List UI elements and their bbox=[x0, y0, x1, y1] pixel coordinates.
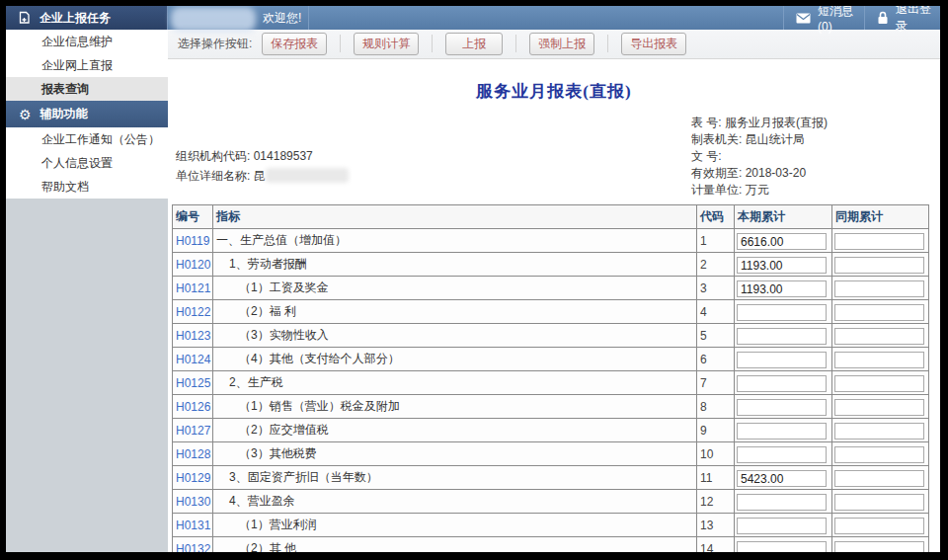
row-code-link[interactable]: H0121 bbox=[176, 281, 210, 295]
current-period-cell bbox=[735, 490, 832, 514]
indicator-label: （1）工资及奖金 bbox=[213, 277, 697, 300]
row-code-link[interactable]: H0132 bbox=[176, 542, 210, 553]
code-cell: H0126 bbox=[173, 395, 213, 419]
toolbar-separator bbox=[515, 35, 516, 52]
prior-period-input[interactable] bbox=[834, 352, 924, 368]
row-code-link[interactable]: H0126 bbox=[176, 400, 210, 414]
sidebar-item-work-notice[interactable]: 企业工作通知（公告） bbox=[6, 127, 168, 151]
current-period-input[interactable] bbox=[737, 280, 827, 297]
prior-period-cell bbox=[832, 537, 929, 553]
current-period-cell bbox=[735, 253, 832, 277]
prior-period-input[interactable] bbox=[834, 280, 924, 297]
prior-period-input[interactable] bbox=[834, 304, 924, 321]
current-period-input[interactable] bbox=[737, 328, 827, 345]
code-cell: H0123 bbox=[173, 324, 213, 348]
sidebar-item-label: 企业信息维护 bbox=[41, 35, 113, 48]
prior-period-cell bbox=[832, 324, 929, 348]
report-meta: 表 号: 服务业月报表(直报)制表机关: 昆山统计局文 号: 有效期至: 201… bbox=[691, 115, 828, 199]
toolbar-label: 选择操作按钮: bbox=[178, 36, 252, 52]
indicator-label: （3）其他税费 bbox=[213, 442, 697, 466]
doc-plus-icon bbox=[18, 11, 31, 25]
seq-code: 9 bbox=[697, 419, 735, 442]
row-code-link[interactable]: H0125 bbox=[176, 376, 210, 390]
sidebar-item-enterprise-info[interactable]: 企业信息维护 bbox=[6, 30, 168, 53]
sidebar-section-auxiliary-functions[interactable]: ⚙辅助功能 bbox=[6, 101, 168, 127]
table-body: H0119一、生产总值（增加值）1H01201、劳动者报酬2H0121（1）工资… bbox=[173, 229, 929, 553]
current-period-cell bbox=[735, 537, 832, 553]
seq-code: 7 bbox=[697, 371, 735, 395]
messages-button[interactable]: 短消息(0) bbox=[783, 6, 864, 30]
row-code-link[interactable]: H0129 bbox=[176, 471, 210, 485]
sidebar-item-personal-settings[interactable]: 个人信息设置 bbox=[6, 151, 168, 175]
prior-period-input[interactable] bbox=[834, 446, 924, 463]
row-code-link[interactable]: H0127 bbox=[176, 424, 210, 438]
row-code-link[interactable]: H0128 bbox=[176, 447, 210, 461]
current-period-input[interactable] bbox=[737, 257, 827, 274]
submit-button[interactable]: 上报 bbox=[445, 33, 503, 55]
sidebar-item-report-query[interactable]: 报表查询 bbox=[6, 77, 168, 101]
welcome-text: 欢迎您! bbox=[263, 6, 301, 30]
prior-period-input[interactable] bbox=[834, 328, 924, 345]
current-period-input[interactable] bbox=[737, 304, 827, 321]
current-period-input[interactable] bbox=[737, 446, 827, 463]
prior-period-cell bbox=[832, 277, 929, 300]
current-period-input[interactable] bbox=[737, 541, 827, 552]
force-submit-button[interactable]: 强制上报 bbox=[529, 33, 594, 55]
code-cell: H0129 bbox=[173, 466, 213, 490]
sidebar-item-online-direct-report[interactable]: 企业网上直报 bbox=[6, 53, 168, 77]
prior-period-cell bbox=[832, 229, 929, 253]
prior-period-input[interactable] bbox=[834, 518, 924, 534]
current-period-input[interactable] bbox=[737, 233, 827, 250]
prior-period-input[interactable] bbox=[834, 257, 924, 274]
sidebar-item-label: 企业工作通知（公告） bbox=[41, 132, 160, 146]
prior-period-input[interactable] bbox=[834, 399, 924, 416]
current-period-cell bbox=[735, 300, 832, 324]
prior-period-input[interactable] bbox=[834, 470, 924, 487]
export-report-button[interactable]: 导出报表 bbox=[621, 33, 686, 55]
current-period-input[interactable] bbox=[737, 494, 827, 511]
row-code-link[interactable]: H0124 bbox=[176, 353, 210, 366]
row-code-link[interactable]: H0123 bbox=[176, 329, 210, 343]
current-period-input[interactable] bbox=[737, 375, 827, 392]
prior-period-input[interactable] bbox=[834, 233, 924, 250]
indicator-label: 2、生产税 bbox=[213, 371, 697, 395]
row-code-link[interactable]: H0120 bbox=[176, 258, 210, 272]
prior-period-input[interactable] bbox=[834, 423, 924, 440]
meta-value: 昆山统计局 bbox=[746, 132, 805, 146]
seq-code: 2 bbox=[697, 253, 735, 277]
prior-period-input[interactable] bbox=[834, 494, 924, 511]
column-header: 代码 bbox=[697, 205, 735, 229]
current-period-input[interactable] bbox=[737, 518, 827, 534]
indicator-label: （1）营业利润 bbox=[213, 514, 697, 537]
table-row: H0131（1）营业利润13 bbox=[173, 514, 929, 537]
current-period-input[interactable] bbox=[737, 352, 827, 368]
current-period-cell bbox=[735, 466, 832, 490]
current-period-input[interactable] bbox=[737, 470, 827, 487]
unit-name-prefix: 昆 bbox=[254, 169, 266, 183]
current-period-input[interactable] bbox=[737, 399, 827, 416]
app-window: 企业上报任务 欢迎您! 短消息(0) 退出登录 企业信息维护企业网上直报报表查询… bbox=[6, 6, 940, 552]
row-code-link[interactable]: H0122 bbox=[176, 305, 210, 319]
meta-line: 有效期至: 2018-03-20 bbox=[691, 165, 828, 182]
seq-code: 5 bbox=[697, 324, 735, 348]
report-title: 服务业月报表(直报) bbox=[168, 80, 940, 103]
row-code-link[interactable]: H0130 bbox=[176, 495, 210, 509]
indicator-label: 1、劳动者报酬 bbox=[213, 253, 697, 277]
seq-code: 1 bbox=[697, 229, 735, 253]
rule-calculate-button[interactable]: 规则计算 bbox=[354, 33, 419, 55]
code-cell: H0132 bbox=[173, 537, 213, 553]
meta-value: 服务业月报表(直报) bbox=[725, 116, 828, 129]
row-code-link[interactable]: H0119 bbox=[176, 234, 209, 248]
save-report-button[interactable]: 保存报表 bbox=[262, 33, 327, 55]
prior-period-input[interactable] bbox=[834, 375, 924, 392]
current-period-input[interactable] bbox=[737, 423, 827, 440]
table-row: H0126（1）销售（营业）税金及附加8 bbox=[173, 395, 929, 419]
sidebar-item-help-docs[interactable]: 帮助文档 bbox=[6, 175, 168, 199]
prior-period-input[interactable] bbox=[834, 541, 924, 552]
row-code-link[interactable]: H0131 bbox=[176, 519, 210, 532]
logout-button[interactable]: 退出登录 bbox=[864, 6, 940, 30]
column-header: 编号 bbox=[173, 205, 213, 229]
messages-label: 短消息(0) bbox=[818, 6, 864, 34]
prior-period-cell bbox=[832, 253, 929, 277]
indicator-label: （1）销售（营业）税金及附加 bbox=[213, 395, 697, 419]
